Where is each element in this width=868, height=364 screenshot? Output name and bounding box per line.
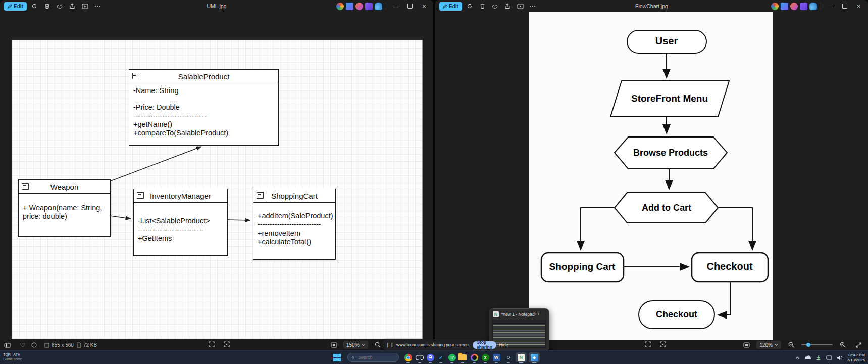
slideshow-icon[interactable] [80, 2, 90, 11]
node-label: Checkout [706, 261, 752, 272]
zoom-level-select[interactable]: 150% [343, 341, 368, 349]
taskbar-app-photos[interactable]: ◆ [529, 352, 540, 362]
hide-share-bar-link[interactable]: Hide [499, 342, 508, 347]
taskbar: TQR - ATH Game noise ᗩ ✓ [0, 350, 868, 364]
edit-button[interactable]: Edit [439, 2, 462, 11]
rotate-icon[interactable] [30, 2, 39, 11]
filmstrip-icon[interactable] [2, 343, 13, 348]
actual-size-icon[interactable] [657, 341, 669, 347]
node-label: Browse Products [633, 148, 708, 158]
designer-icon[interactable] [781, 3, 788, 10]
taskbar-app-discord[interactable]: ᗩ [425, 352, 436, 362]
maximize-button[interactable] [839, 2, 851, 11]
image-dimensions: 855 x 560 [44, 342, 74, 348]
zoom-in-icon[interactable] [837, 342, 848, 348]
taskbar-app-notepad-plus-plus[interactable]: N [516, 352, 527, 362]
class-member: -Name: String [133, 86, 274, 95]
clock-date: 7/13/2025 [847, 358, 865, 363]
onedrive-tray-icon[interactable] [804, 354, 811, 361]
close-button[interactable]: ✕ [853, 2, 865, 11]
game-controller-icon [416, 355, 424, 360]
more-icon[interactable] [93, 2, 103, 11]
zoom-out-icon[interactable] [372, 342, 383, 348]
zoom-slider[interactable] [801, 344, 833, 345]
chevron-down-icon [362, 344, 365, 346]
slideshow-icon[interactable] [516, 2, 525, 11]
zoom-out-icon[interactable] [786, 342, 797, 348]
notepad-preview-flyout[interactable]: N *new 1 - Notepad++ [489, 308, 549, 351]
onedrive-icon[interactable] [375, 3, 382, 10]
actual-size-icon[interactable] [221, 341, 232, 347]
edit-button-label: Edit [449, 4, 458, 9]
taskbar-app-explorer[interactable] [457, 352, 468, 362]
designer-icon[interactable] [346, 3, 353, 10]
edit-button[interactable]: Edit [4, 2, 27, 11]
stop-sharing-button[interactable]: Stop sharing [473, 341, 496, 349]
tray-chevron-icon[interactable] [794, 354, 801, 361]
taskbar-app-gamebar[interactable] [414, 352, 425, 362]
delete-icon[interactable] [42, 2, 52, 11]
minimize-button[interactable]: — [825, 2, 837, 11]
photos-window-uml: Edit UML.jpg — ✕ [0, 0, 433, 350]
taskbar-app-check[interactable]: ✓ [435, 352, 446, 362]
node-label: User [655, 35, 678, 47]
system-tray: 12:42 PM 7/13/2025 [794, 351, 868, 364]
heart-icon[interactable]: ♡ [17, 342, 28, 349]
dimensions-icon [44, 343, 49, 348]
class-member: +getName() [133, 120, 274, 129]
visual-search-icon[interactable] [336, 3, 344, 10]
close-button[interactable]: ✕ [418, 2, 430, 11]
file-explorer-icon [458, 354, 467, 360]
taskbar-app-chrome[interactable] [402, 352, 414, 362]
maximize-button[interactable] [404, 2, 416, 11]
gallery-icon[interactable] [800, 3, 807, 10]
taskbar-app-steam[interactable] [503, 352, 514, 362]
zoom-level-value: 150% [346, 342, 360, 348]
flowchart-titlebar: Edit FlowChart.jpg — ✕ [435, 0, 868, 12]
fit-to-window-icon[interactable] [642, 341, 653, 347]
rotate-icon[interactable] [465, 2, 475, 11]
gallery-icon[interactable] [365, 3, 373, 10]
share-icon[interactable] [503, 2, 513, 11]
visual-search-icon[interactable] [771, 3, 779, 10]
class-member: +compareTo(SalableProduct) [133, 129, 274, 138]
uml-class-salableproduct: SalableProduct -Name: String -Price: Dou… [129, 69, 279, 146]
fullscreen-icon[interactable] [853, 342, 864, 348]
class-member: -Price: Double [133, 103, 274, 112]
drag-handle-icon[interactable]: ❙❙ [386, 342, 394, 347]
taskbar-corner-widget[interactable]: TQR - ATH Game noise [3, 352, 22, 361]
class-icon [257, 192, 264, 199]
taskbar-app-xbox[interactable]: x [480, 352, 491, 362]
favorite-icon[interactable] [55, 2, 65, 11]
minimize-button[interactable]: — [390, 2, 402, 11]
onedrive-icon[interactable] [809, 3, 817, 10]
chevron-down-icon [775, 344, 778, 346]
network-icon[interactable] [826, 354, 833, 361]
favorite-icon[interactable] [490, 2, 500, 11]
class-icon [132, 73, 139, 79]
clipchamp-icon[interactable] [790, 3, 798, 10]
start-button[interactable] [331, 352, 342, 362]
volume-icon[interactable] [836, 354, 843, 361]
taskbar-clock[interactable]: 12:42 PM 7/13/2025 [847, 353, 865, 363]
share-icon[interactable] [68, 2, 77, 11]
clipchamp-icon[interactable] [355, 3, 363, 10]
delete-icon[interactable] [478, 2, 487, 11]
more-icon[interactable] [528, 2, 538, 11]
node-label: Checkout [656, 309, 697, 320]
notepad-preview-title: *new 1 - Notepad++ [501, 312, 540, 317]
taskbar-app-word[interactable]: W [491, 352, 502, 362]
class-member: + Weapon(name: String, price: double) [23, 204, 106, 221]
download-tray-icon[interactable] [815, 354, 822, 361]
taskbar-app-ring[interactable] [469, 352, 480, 362]
search-input[interactable] [357, 354, 394, 360]
info-icon[interactable] [28, 342, 39, 348]
taskbar-search[interactable] [347, 353, 399, 362]
zoom-level-select[interactable]: 120% [756, 341, 781, 349]
fit-to-window-icon[interactable] [206, 341, 217, 347]
taskbar-app-spotify[interactable] [446, 352, 457, 362]
fit-screen-icon[interactable] [328, 342, 339, 348]
photos-window-flowchart: Edit FlowChart.jpg — ✕ [435, 0, 868, 350]
fit-screen-icon[interactable] [741, 342, 752, 348]
file-size: 72 KB [77, 342, 97, 348]
